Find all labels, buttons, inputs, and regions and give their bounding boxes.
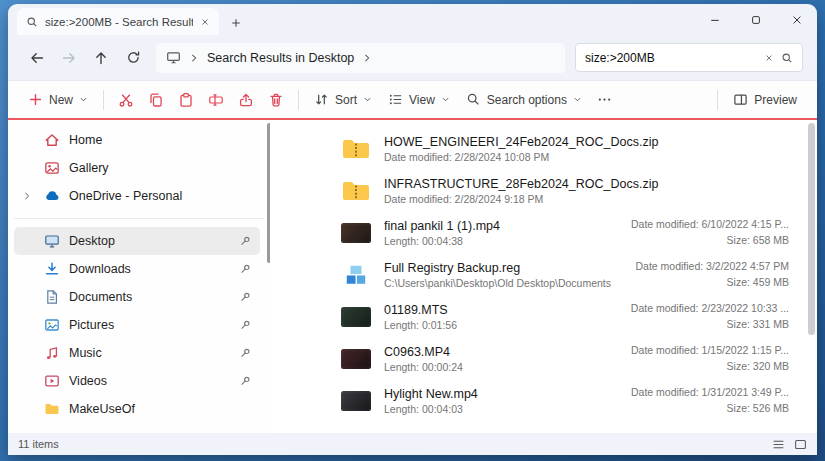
file-detail: Length: 00:04:03 (384, 402, 478, 416)
sidebar-item-label: Downloads (69, 262, 131, 276)
vertical-scrollbar[interactable] (808, 123, 815, 335)
share-button[interactable] (231, 85, 261, 115)
sidebar-item-home[interactable]: Home (14, 126, 260, 154)
onedrive-cloud-icon (44, 188, 60, 204)
desktop-location-icon (166, 50, 181, 65)
breadcrumb[interactable]: Search Results in Desktop (207, 51, 354, 65)
back-button[interactable] (22, 43, 52, 73)
music-icon (44, 345, 60, 361)
sidebar-item-label: Pictures (69, 318, 114, 332)
search-options-button[interactable]: Search options (458, 85, 590, 115)
cut-button[interactable] (111, 85, 141, 115)
video-thumbnail (340, 349, 372, 369)
file-row[interactable]: Hylight New.mp4 Length: 00:04:03 Date mo… (270, 380, 817, 422)
file-row[interactable]: 01189.MTS Length: 0:01:56 Date modified:… (270, 296, 817, 338)
zip-folder-icon (340, 137, 372, 161)
item-count: 11 items (18, 438, 59, 450)
file-row[interactable]: C0963.MP4 Length: 00:00:24 Date modified… (270, 338, 817, 380)
delete-button[interactable] (261, 85, 291, 115)
sort-button[interactable]: Sort (306, 85, 380, 115)
sidebar-item-gallery[interactable]: Gallery (14, 154, 260, 182)
maximize-button[interactable] (735, 4, 776, 35)
explorer-tab[interactable]: size:>200MB - Search Results i (17, 8, 219, 35)
large-icons-view-icon[interactable] (794, 438, 807, 451)
search-icon (26, 16, 38, 28)
navigation-pane: Home Gallery OneDrive - Personal (8, 120, 270, 433)
registry-file-icon (340, 263, 372, 287)
up-button[interactable] (86, 43, 116, 73)
file-name: 01189.MTS (384, 302, 457, 318)
search-submit-icon[interactable] (781, 52, 793, 64)
new-button[interactable]: New (20, 85, 96, 115)
chevron-down-icon (573, 95, 582, 104)
file-date-modified: Date modified: 6/10/2022 4:15 P... (631, 217, 789, 233)
minimize-button[interactable] (694, 4, 735, 35)
toolbar-divider (298, 90, 299, 110)
new-tab-button[interactable] (230, 17, 242, 29)
breadcrumb-chevron-icon[interactable] (363, 53, 371, 63)
file-size: Size: 320 MB (631, 359, 789, 375)
new-button-label: New (49, 93, 73, 107)
file-detail: Date modified: 2/28/2024 10:08 PM (384, 150, 658, 164)
explorer-body: Home Gallery OneDrive - Personal (8, 120, 817, 433)
search-options-label: Search options (487, 93, 567, 107)
file-date-modified: Date modified: 3/2/2022 4:57 PM (635, 259, 789, 275)
pin-icon (239, 291, 251, 303)
address-bar[interactable]: Search Results in Desktop (156, 43, 565, 73)
file-row[interactable]: final pankil 1 (1).mp4 Length: 00:04:38 … (270, 212, 817, 254)
sidebar-separator (14, 218, 264, 219)
zip-folder-icon (340, 179, 372, 203)
chevron-down-icon (441, 95, 450, 104)
sidebar-item-videos[interactable]: Videos (14, 367, 260, 395)
file-row[interactable]: INFRASTRUCTURE_28Feb2024_ROC_Docs.zip Da… (270, 170, 817, 212)
rename-button[interactable] (201, 85, 231, 115)
search-box[interactable] (575, 43, 803, 72)
file-name: C0963.MP4 (384, 344, 463, 360)
expand-chevron-icon[interactable] (23, 191, 31, 201)
close-button[interactable] (776, 4, 817, 35)
sidebar-item-documents[interactable]: Documents (14, 283, 260, 311)
copy-button[interactable] (141, 85, 171, 115)
pin-icon (239, 375, 251, 387)
file-explorer-window: size:>200MB - Search Results i (8, 4, 817, 455)
refresh-button[interactable] (118, 43, 148, 73)
file-date-modified: Date modified: 2/23/2022 10:33 ... (631, 301, 789, 317)
view-icon (388, 92, 403, 107)
details-view-icon[interactable] (772, 438, 785, 451)
file-detail: Length: 00:00:24 (384, 360, 463, 374)
file-row[interactable]: HOWE_ENGINEERI_24Feb2024_ROC_Docs.zip Da… (270, 128, 817, 170)
preview-button[interactable]: Preview (725, 85, 805, 115)
tab-close-icon[interactable] (200, 17, 210, 27)
pin-icon (239, 263, 251, 275)
toolbar-divider (717, 90, 718, 110)
file-name: Hylight New.mp4 (384, 386, 478, 402)
search-input[interactable] (585, 51, 757, 65)
toolbar-divider (103, 90, 104, 110)
sidebar-item-onedrive[interactable]: OneDrive - Personal (14, 182, 260, 210)
documents-icon (44, 289, 60, 305)
file-detail: Length: 0:01:56 (384, 318, 457, 332)
breadcrumb-chevron-icon[interactable] (190, 53, 198, 63)
view-button[interactable]: View (380, 85, 458, 115)
folder-icon (44, 401, 60, 417)
more-options-button[interactable] (590, 85, 619, 115)
file-name: Full Registry Backup.reg (384, 260, 611, 276)
copy-icon (148, 92, 164, 108)
file-name: final pankil 1 (1).mp4 (384, 218, 500, 234)
file-row[interactable]: Full Registry Backup.reg C:\Users\panki\… (270, 254, 817, 296)
paste-button[interactable] (171, 85, 201, 115)
clear-search-icon[interactable] (764, 53, 774, 63)
sidebar-item-desktop[interactable]: Desktop (14, 227, 260, 255)
file-name: INFRASTRUCTURE_28Feb2024_ROC_Docs.zip (384, 176, 658, 192)
sidebar-item-pictures[interactable]: Pictures (14, 311, 260, 339)
pin-icon (239, 347, 251, 359)
downloads-icon (44, 261, 60, 277)
gallery-icon (44, 160, 60, 176)
sidebar-item-makeuseof[interactable]: MakeUseOf (14, 395, 260, 423)
sidebar-item-downloads[interactable]: Downloads (14, 255, 260, 283)
forward-button[interactable] (54, 43, 84, 73)
search-options-icon (466, 92, 481, 107)
sidebar-item-music[interactable]: Music (14, 339, 260, 367)
more-options-icon (597, 92, 612, 107)
file-date-modified: Date modified: 1/31/2021 3:49 P... (631, 385, 789, 401)
